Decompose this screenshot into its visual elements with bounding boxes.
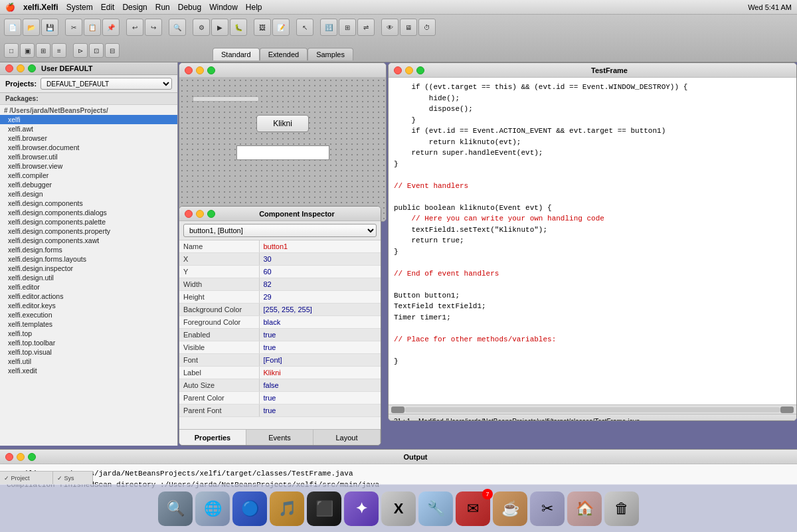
tb-r3[interactable]: ⊞ bbox=[36, 43, 50, 58]
dock-coffee[interactable]: ☕ bbox=[493, 491, 527, 526]
tb-run-btn[interactable]: ▶ bbox=[211, 19, 228, 36]
tb-redo-btn[interactable]: ↪ bbox=[145, 19, 162, 36]
tree-item-design-comp[interactable]: xelfi.design.components bbox=[0, 199, 177, 208]
projects-select[interactable]: DEFAULT_DEFAULT bbox=[41, 78, 172, 90]
tab-samples[interactable]: Samples bbox=[308, 48, 353, 60]
tb-open-btn[interactable]: 📂 bbox=[23, 19, 40, 36]
code-maximize[interactable] bbox=[416, 66, 424, 74]
design-textfield[interactable] bbox=[236, 145, 329, 160]
code-minimize[interactable] bbox=[405, 66, 413, 74]
tab-extended[interactable]: Extended bbox=[260, 48, 308, 60]
tb-undo-btn[interactable]: ↩ bbox=[126, 19, 143, 36]
tree-item-design-prop[interactable]: xelfi.design.components.property bbox=[0, 226, 177, 236]
insp-minimize[interactable] bbox=[196, 210, 204, 218]
design-maximize[interactable] bbox=[207, 66, 215, 74]
code-content[interactable]: if ((evt.target == this) && (evt.id == E… bbox=[389, 78, 796, 404]
tree-item-top[interactable]: xelfi.top bbox=[0, 329, 177, 338]
tb-preview-btn[interactable]: 👁 bbox=[381, 19, 398, 36]
dock-globe[interactable]: 🔵 bbox=[232, 491, 267, 526]
code-hscrollbar[interactable] bbox=[389, 404, 796, 414]
tree-item-design-layouts[interactable]: xelfi.design.forms.layouts bbox=[0, 254, 177, 264]
tree-item-editor-actions[interactable]: xelfi.editor.actions bbox=[0, 292, 177, 301]
tree-item-compiler[interactable]: xelfi.compiler bbox=[0, 171, 177, 180]
tb-new-btn[interactable]: 📄 bbox=[4, 19, 21, 36]
tree-item-browser[interactable]: xelfi.browser bbox=[0, 133, 177, 143]
tree-item-design-util[interactable]: xelfi.design.util bbox=[0, 273, 177, 282]
tb-r1[interactable]: □ bbox=[4, 43, 19, 58]
dock-scissors[interactable]: ✂ bbox=[530, 491, 565, 526]
tb-debug-btn[interactable]: 🐛 bbox=[230, 19, 247, 36]
tree-item-design-inspector[interactable]: xelfi.design.inspector bbox=[0, 264, 177, 273]
design-klikni-button[interactable]: Klikni bbox=[256, 115, 309, 132]
tree-item-browser-util[interactable]: xelfi.browser.util bbox=[0, 152, 177, 161]
dock-terminal[interactable]: ⬛ bbox=[307, 491, 341, 526]
tab-layout[interactable]: Layout bbox=[313, 430, 381, 445]
tree-item-browser-doc[interactable]: xelfi.browser.document bbox=[0, 143, 177, 152]
out-maximize[interactable] bbox=[28, 453, 36, 461]
maximize-btn[interactable] bbox=[28, 64, 36, 72]
tb-form-btn[interactable]: 🖼 bbox=[254, 19, 271, 36]
tb-r7[interactable]: ⊟ bbox=[105, 43, 120, 58]
tab-standard[interactable]: Standard bbox=[213, 48, 260, 60]
menu-edit[interactable]: Edit bbox=[101, 3, 115, 12]
tab-events[interactable]: Events bbox=[246, 430, 313, 445]
tb-save-btn[interactable]: 💾 bbox=[41, 19, 58, 36]
tb-align-btn[interactable]: ⇌ bbox=[357, 19, 375, 36]
menu-window[interactable]: Window bbox=[209, 3, 238, 12]
close-btn[interactable] bbox=[5, 64, 13, 72]
tree-item-util[interactable]: xelfi.util bbox=[0, 357, 177, 366]
menu-design[interactable]: Design bbox=[122, 3, 147, 12]
tree-item-top-toolbar[interactable]: xelfi.top.toolbar bbox=[0, 338, 177, 347]
project-tab[interactable]: ✓ Project bbox=[0, 471, 53, 484]
dock-home[interactable]: 🏠 bbox=[567, 491, 602, 526]
tb-layout-btn[interactable]: ⊞ bbox=[339, 19, 356, 36]
tree-item-design-dialogs[interactable]: xelfi.design.components.dialogs bbox=[0, 208, 177, 217]
tb-clock-btn[interactable]: ⏱ bbox=[418, 19, 436, 36]
tb-r4[interactable]: ≡ bbox=[52, 43, 66, 58]
dock-tools[interactable]: 🔧 bbox=[418, 491, 453, 526]
tree-item-debugger[interactable]: xelfi.debugger bbox=[0, 180, 177, 189]
inspector-component-select[interactable]: button1, [Button] bbox=[183, 224, 377, 237]
menu-help[interactable]: Help bbox=[246, 3, 262, 12]
menu-system[interactable]: System bbox=[66, 3, 93, 12]
package-tree[interactable]: # /Users/jarda/NetBeansProjects/ xelfi x… bbox=[0, 105, 177, 435]
tab-properties[interactable]: Properties bbox=[179, 430, 246, 445]
tb-r6[interactable]: ⊡ bbox=[89, 43, 104, 58]
dock-x11[interactable]: X bbox=[381, 491, 416, 526]
dock-trash[interactable]: 🗑 bbox=[604, 491, 639, 526]
menu-run[interactable]: Run bbox=[155, 3, 170, 12]
tree-item-awt[interactable]: xelfi.awt bbox=[0, 124, 177, 133]
tb-code-btn[interactable]: 📝 bbox=[272, 19, 290, 36]
tb-r5[interactable]: ⊳ bbox=[73, 43, 88, 58]
tree-item-execution[interactable]: xelfi.execution bbox=[0, 310, 177, 319]
tree-item-templates[interactable]: xelfi.templates bbox=[0, 319, 177, 329]
tb-prop-btn[interactable]: 🔢 bbox=[320, 19, 337, 36]
tree-item-design[interactable]: xelfi.design bbox=[0, 189, 177, 199]
design-close[interactable] bbox=[185, 66, 193, 74]
menu-debug[interactable]: Debug bbox=[178, 3, 201, 12]
tree-item-root[interactable]: # /Users/jarda/NetBeansProjects/ bbox=[0, 106, 177, 115]
design-minimize[interactable] bbox=[196, 66, 204, 74]
tree-item-editor-keys[interactable]: xelfi.editor.keys bbox=[0, 301, 177, 310]
tree-item-design-forms[interactable]: xelfi.design.forms bbox=[0, 245, 177, 254]
sys-tab[interactable]: ✓ Sys bbox=[53, 471, 93, 484]
tb-compile-btn[interactable]: ⚙ bbox=[193, 19, 210, 36]
dock-browser[interactable]: 🌐 bbox=[195, 491, 230, 526]
design-canvas[interactable]: Klikni bbox=[179, 78, 386, 221]
tree-item-design-palette[interactable]: xelfi.design.components.palette bbox=[0, 217, 177, 226]
out-close[interactable] bbox=[5, 453, 13, 461]
tree-item-design-xawt[interactable]: xelfi.design.components.xawt bbox=[0, 236, 177, 245]
dock-finder[interactable]: 🔍 bbox=[158, 491, 193, 526]
insp-close[interactable] bbox=[185, 210, 193, 218]
insp-maximize[interactable] bbox=[207, 210, 215, 218]
dock-music[interactable]: 🎵 bbox=[270, 491, 304, 526]
dock-mail[interactable]: ✉ 7 bbox=[456, 491, 490, 526]
tree-item-editor[interactable]: xelfi.editor bbox=[0, 282, 177, 292]
tb-r2[interactable]: ▣ bbox=[20, 43, 35, 58]
tree-item-top-visual[interactable]: xelfi.top.visual bbox=[0, 347, 177, 357]
out-minimize[interactable] bbox=[17, 453, 25, 461]
apple-menu[interactable]: 🍎 bbox=[5, 3, 15, 12]
tree-item-browser-view[interactable]: xelfi.browser.view bbox=[0, 161, 177, 171]
tb-copy-btn[interactable]: 📋 bbox=[84, 19, 101, 36]
tree-item-xelfi[interactable]: xelfi bbox=[0, 115, 177, 124]
